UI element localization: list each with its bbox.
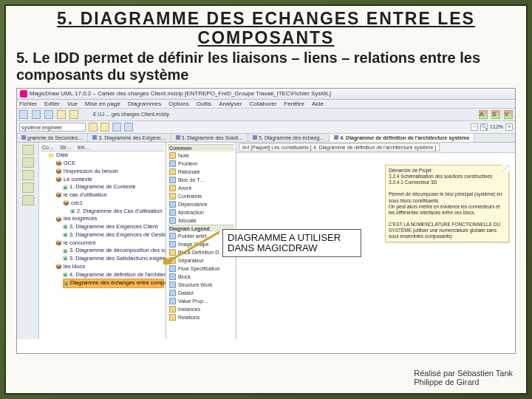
palette-item[interactable]: Flow Specification: [168, 265, 234, 273]
footer-author: Réalisé par Sébastien Tank: [414, 369, 513, 378]
zoom-in-icon[interactable]: +: [505, 123, 513, 131]
tree-item[interactable]: le concurrent: [55, 239, 164, 247]
tab-3-label: 5. Diagramme des échang…: [259, 135, 324, 140]
note-line: 3.2.4 Schématisation des solutions const…: [389, 174, 505, 180]
callout-line1: DIAGRAMME A UTILISER: [228, 233, 356, 243]
palette-item[interactable]: Contrainte: [168, 192, 234, 200]
breadcrumb: E UJ ... ges charges Client.mdzip: [93, 112, 170, 117]
tree-header: Co… Str… Inh…: [41, 144, 164, 151]
palette-item[interactable]: Dépendance: [168, 200, 234, 208]
palette-item-icon: [169, 185, 176, 191]
palette-item[interactable]: Séparateur: [168, 256, 234, 265]
diagram-note[interactable]: Démarche de Projet :3.2.4 Schématisation…: [385, 165, 509, 243]
menu-fenetre[interactable]: Fenêtre: [284, 100, 304, 107]
tree-item[interactable]: 3. Diagramme de décomposition des soluti…: [63, 247, 164, 255]
menu-vue[interactable]: Vue: [67, 100, 78, 107]
tab-4[interactable]: 4. Diagramme de définition de l'architec…: [330, 134, 474, 142]
palette-item-icon: [169, 152, 176, 159]
undo-icon[interactable]: [57, 110, 66, 119]
menu-diagrammes[interactable]: Diagrammes: [128, 100, 161, 107]
zoom-out-icon[interactable]: −: [471, 123, 478, 131]
palette-item[interactable]: Relations: [168, 313, 234, 321]
tool-abc-icon[interactable]: [89, 123, 98, 132]
perspective-combo[interactable]: système engineer: [19, 123, 86, 132]
note-line: Démarche de Projet :: [389, 168, 505, 174]
palette-item-icon: [169, 177, 176, 183]
palette-item[interactable]: Block: [168, 273, 234, 281]
toolbar-secondary: système engineer − 🔍 112% +: [17, 121, 515, 134]
tab-0[interactable]: gramme de Secondes…: [17, 134, 88, 142]
tree-item[interactable]: 3. Diagramme des Exigences Client: [63, 223, 164, 231]
tool-find-icon[interactable]: [124, 123, 133, 132]
left-dock: [17, 143, 39, 339]
palette-item[interactable]: Problem: [168, 160, 234, 168]
save-icon[interactable]: [44, 110, 53, 119]
letter-s-icon[interactable]: S: [491, 110, 500, 119]
dock-doc-icon[interactable]: [22, 195, 34, 205]
window-titlebar: MagicDraw UML 17.0.2 – Cahier des charge…: [17, 89, 515, 100]
palette-item[interactable]: DataId: [168, 289, 234, 297]
tree-tab-inheritance[interactable]: Inh…: [78, 145, 90, 150]
tree-item[interactable]: Le contexte: [55, 175, 164, 183]
dock-inheritance-icon[interactable]: [22, 170, 34, 180]
menu-collaborer[interactable]: Collaborer: [249, 100, 276, 107]
tree-item[interactable]: 4. Diagramme de définition de l'architec…: [63, 270, 164, 279]
palette-section[interactable]: Common: [168, 144, 234, 151]
tree-item[interactable]: les exigences: [55, 215, 164, 223]
tree-item[interactable]: l'expression du besoin: [55, 167, 164, 175]
palette-item[interactable]: Bloc de T…: [168, 176, 234, 184]
tree-item[interactable]: 1. Diagramme de Contexte: [63, 183, 164, 191]
tree-item[interactable]: le cas d'utilisation: [55, 191, 164, 200]
containment-tree[interactable]: Data GCEl'expression du besoinLe context…: [41, 151, 164, 288]
tab-2[interactable]: 3. Diagramme des Soluti…: [171, 134, 249, 142]
letter-v-icon[interactable]: V: [504, 110, 513, 119]
palette-item[interactable]: Rationale: [168, 168, 234, 176]
dock-zoom-icon[interactable]: [22, 183, 34, 193]
letter-a-icon[interactable]: A: [479, 110, 488, 119]
tree-tab-structure[interactable]: Str…: [60, 145, 72, 150]
tree-item[interactable]: 2. Diagramme des Cas d'utilisation: [70, 207, 164, 215]
menu-mise-en-page[interactable]: Mise en page: [85, 100, 120, 107]
slide-title: 5. DIAGRAMME DES ECHANGES ENTRE LES COMP…: [6, 6, 526, 48]
tab-3[interactable]: 5. Diagramme des échang…: [248, 134, 330, 142]
palette-item[interactable]: Ancre: [168, 184, 234, 192]
palette-item-icon: [169, 168, 176, 175]
menu-outils[interactable]: Outils: [197, 100, 211, 107]
tree-item[interactable]: les blocs: [55, 262, 164, 270]
open-icon[interactable]: [32, 110, 41, 119]
containment-tree-panel: Co… Str… Inh… Data GCEl'expression du be…: [39, 143, 166, 339]
palette-item[interactable]: Structure Work: [168, 281, 234, 289]
tool-print-icon[interactable]: [112, 123, 121, 132]
tree-item[interactable]: Diagramme des échanges entre composant…: [63, 279, 164, 288]
redo-icon[interactable]: [69, 110, 78, 119]
palette-item[interactable]: Instances: [168, 305, 234, 313]
new-icon[interactable]: [19, 110, 28, 119]
tab-2-label: 3. Diagramme des Soluti…: [182, 135, 244, 140]
tab-1[interactable]: 3. Diagramme des Exigenc…: [88, 134, 171, 142]
tree-item[interactable]: cdc1: [63, 199, 164, 207]
palette-item-icon: [169, 298, 176, 304]
tree-item[interactable]: 3. Diagramme des Satisfactions exigées: [63, 255, 164, 263]
menu-options[interactable]: Options: [168, 100, 189, 107]
menu-editer[interactable]: Editer: [44, 100, 60, 107]
tree-item[interactable]: GCE: [55, 160, 164, 168]
zoom-search-icon[interactable]: 🔍: [480, 123, 488, 131]
menu-aide[interactable]: Aide: [312, 100, 324, 107]
callout-box: DIAGRAMME A UTILISER DANS MAGICDRAW: [222, 229, 361, 258]
palette-item[interactable]: Allocate: [168, 216, 234, 225]
tree-tab-containment[interactable]: Co…: [42, 145, 54, 150]
palette-item[interactable]: Abstraction: [168, 208, 234, 216]
palette-item[interactable]: Note: [168, 151, 234, 160]
tree-item[interactable]: 3. Diagramme des Exigences de Gestion de…: [63, 231, 164, 239]
palette-item-icon: [169, 160, 176, 167]
menu-fichier[interactable]: Fichier: [19, 100, 37, 107]
palette-item[interactable]: Value Prop…: [168, 297, 234, 305]
note-line: On peut alors mettre en évidence les con…: [389, 204, 505, 216]
note-line: Permet de décomposer le bloc principal (…: [389, 191, 505, 203]
palette-item-icon: [169, 282, 176, 288]
tree-root[interactable]: Data: [48, 151, 164, 160]
tool-bold-icon[interactable]: [100, 123, 109, 132]
dock-structure-icon[interactable]: [22, 157, 34, 168]
dock-containment-icon[interactable]: [22, 145, 34, 155]
menu-analyser[interactable]: Analyser: [219, 100, 242, 107]
